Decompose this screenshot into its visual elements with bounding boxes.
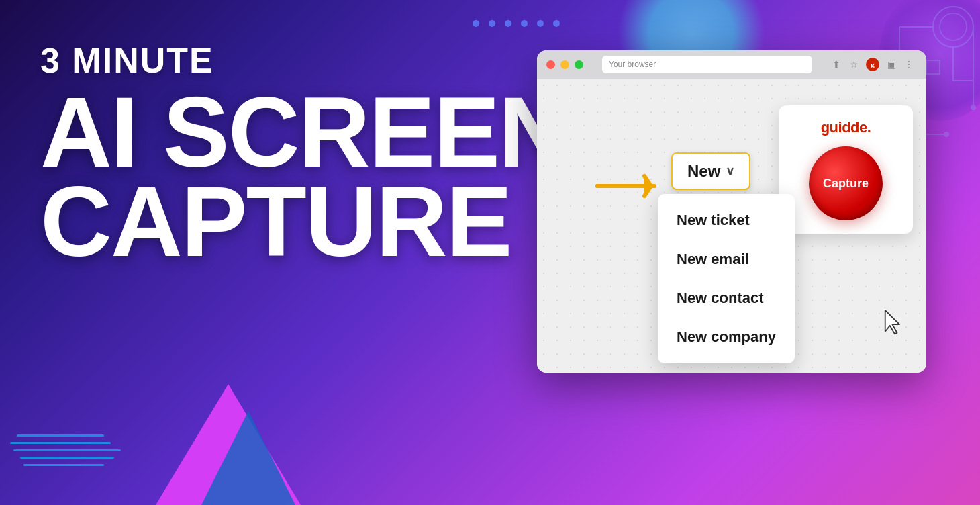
wavy-line-3 [13,449,121,451]
main-title: AI SCREEN CAPTURE [40,87,569,266]
browser-titlebar: Your browser ⬆ ☆ g ▣ ⋮ [537,50,926,79]
new-ticket-label: New ticket [677,212,750,228]
triangle-decoration-blue [195,411,302,505]
guidde-logo: guidde. [821,119,871,136]
dot-1 [473,20,479,27]
minute-label: 3 MINUTE [40,40,569,81]
new-contact-label: New contact [677,289,764,306]
guidde-favicon[interactable]: g [866,58,879,71]
traffic-light-green[interactable] [575,60,583,69]
dot-5 [537,20,544,27]
share-icon[interactable]: ⬆ [831,59,842,70]
new-button-container: New ∨ New ticket New email New contact N… [671,152,750,190]
wavy-line-2 [10,442,111,444]
dot-3 [505,20,511,27]
browser-icons: ⬆ ☆ g ▣ ⋮ [831,58,914,71]
svg-point-13 [944,132,949,137]
capture-button-label: Capture [823,177,869,191]
guidde-panel: guidde. Capture [779,105,913,234]
dropdown-item-new-ticket[interactable]: New ticket [658,201,795,240]
sidebar-icon[interactable]: ▣ [886,59,897,70]
cursor-icon [883,309,906,336]
svg-point-1 [940,13,967,40]
dropdown-item-new-email[interactable]: New email [658,240,795,279]
wavy-line-5 [23,464,104,466]
new-button-label: New [687,162,720,181]
svg-rect-6 [926,60,940,74]
svg-point-0 [933,7,973,47]
wavy-line-4 [20,457,114,459]
dropdown-menu: New ticket New email New contact New com… [658,194,795,363]
new-button[interactable]: New ∨ [671,152,750,190]
traffic-light-red[interactable] [546,60,555,69]
browser-addressbar[interactable]: Your browser [602,56,812,73]
bookmark-icon[interactable]: ☆ [848,59,859,70]
hero-text-block: 3 MINUTE AI SCREEN CAPTURE [40,40,569,266]
decorative-dots [473,20,560,27]
dot-6 [553,20,560,27]
chevron-down-icon: ∨ [726,164,734,179]
traffic-light-yellow[interactable] [560,60,569,69]
wavy-line-1 [17,434,104,437]
title-line2: CAPTURE [40,166,511,277]
new-email-label: New email [677,250,749,267]
dot-2 [489,20,495,27]
svg-point-9 [971,105,976,110]
more-icon[interactable]: ⋮ [903,59,914,70]
browser-mockup: Your browser ⬆ ☆ g ▣ ⋮ New ∨ [537,50,926,373]
wavy-decoration [10,434,117,471]
new-company-label: New company [677,328,776,345]
browser-url-text: Your browser [609,60,656,69]
dot-4 [521,20,528,27]
dropdown-item-new-contact[interactable]: New contact [658,279,795,318]
dropdown-item-new-company[interactable]: New company [658,318,795,357]
browser-body: New ∨ New ticket New email New contact N… [537,79,926,373]
capture-button[interactable]: Capture [809,146,883,220]
